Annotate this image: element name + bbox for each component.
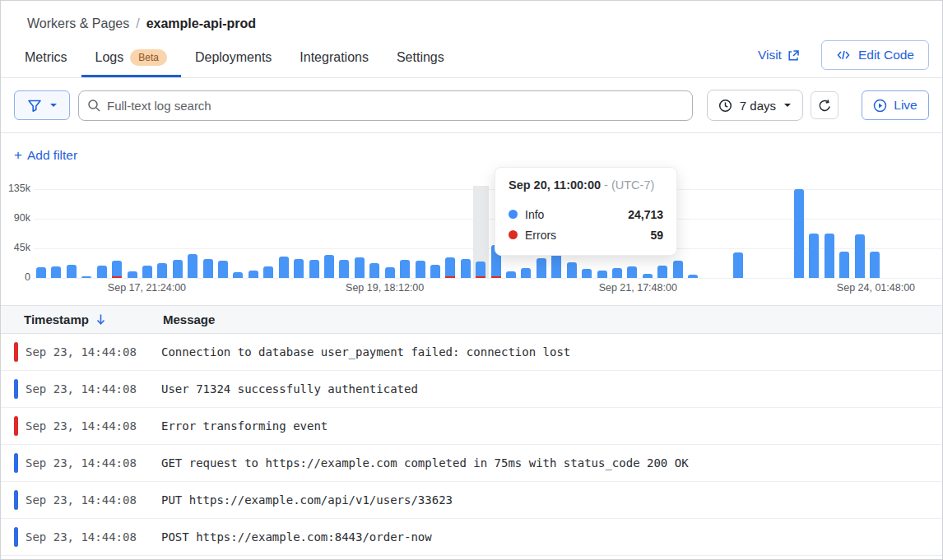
chart-bar[interactable] <box>203 259 213 278</box>
log-row[interactable]: Sep 23, 14:44:08 POST https://example.co… <box>1 519 942 556</box>
chart-bar[interactable] <box>870 252 880 278</box>
workers-logs-page: Workers & Pages / example-api-prod Metri… <box>0 0 943 560</box>
chart-bar[interactable] <box>521 268 531 278</box>
tab-metrics[interactable]: Metrics <box>11 38 81 77</box>
chart-bar[interactable] <box>582 269 592 278</box>
chart-bar[interactable] <box>263 266 273 278</box>
log-row[interactable]: Sep 23, 14:44:08 PUT https://example.com… <box>1 482 942 519</box>
chart-bar[interactable] <box>506 271 516 278</box>
chart-bar[interactable] <box>142 266 152 278</box>
plus-icon: + <box>14 147 22 164</box>
chart-bar[interactable] <box>643 274 653 278</box>
visit-link[interactable]: Visit <box>758 48 800 62</box>
log-row[interactable]: Sep 23, 14:44:08 User 71324 successfully… <box>1 371 942 408</box>
log-message: Error transforming event <box>161 419 942 433</box>
chart-bar[interactable] <box>597 271 607 278</box>
page-title: example-api-prod <box>146 16 256 31</box>
log-row[interactable]: Sep 23, 14:44:08 GET request to https://… <box>1 445 942 482</box>
breadcrumb-section[interactable]: Workers & Pages <box>27 16 129 31</box>
chart-bar[interactable] <box>461 259 471 278</box>
chart-bar[interactable] <box>673 261 683 278</box>
info-dot-icon <box>509 210 518 219</box>
errors-dot-icon <box>509 230 518 239</box>
chart-bar[interactable] <box>112 261 122 278</box>
chart-bar[interactable] <box>294 259 304 278</box>
x-axis-tick: Sep 24, 01:48:00 <box>837 282 915 294</box>
chart-bar[interactable] <box>249 271 258 278</box>
chart-bar[interactable] <box>81 276 91 278</box>
log-table-body: Sep 23, 14:44:08 Connection to database … <box>1 334 942 556</box>
chart-bar[interactable] <box>128 271 137 278</box>
log-timestamp: Sep 23, 14:44:08 <box>1 345 161 359</box>
chart-bar[interactable] <box>551 254 561 278</box>
x-axis-tick: Sep 19, 18:12:00 <box>346 282 424 294</box>
search-input[interactable] <box>78 90 693 121</box>
chart-bar[interactable] <box>839 252 849 278</box>
column-header-timestamp[interactable]: Timestamp <box>1 312 163 326</box>
chart-bar[interactable] <box>657 266 667 278</box>
chart-bar[interactable] <box>369 263 379 278</box>
refresh-button[interactable] <box>811 91 838 119</box>
add-filter-button[interactable]: + Add filter <box>14 147 77 164</box>
chart-bar[interactable] <box>157 263 167 278</box>
chart-bar[interactable] <box>97 266 107 278</box>
clock-icon <box>718 99 732 113</box>
chart-bar[interactable] <box>627 266 637 278</box>
chart-bar[interactable] <box>537 258 546 278</box>
tab-settings[interactable]: Settings <box>383 38 458 77</box>
chart-bar[interactable] <box>67 265 77 278</box>
log-message: Connection to database user_payment fail… <box>161 345 942 359</box>
tab-integrations[interactable]: Integrations <box>286 38 383 77</box>
chart-bar[interactable] <box>309 260 319 278</box>
external-link-icon <box>787 49 800 62</box>
caret-down-icon <box>783 103 792 108</box>
search-icon <box>87 99 101 113</box>
tab-bar: Metrics Logs Beta Deployments Integratio… <box>1 38 942 78</box>
chart-bar[interactable] <box>809 234 819 278</box>
log-volume-chart: 135k 90k 45k 0 Sep 17, 21:24:00Sep 19, 1… <box>1 178 942 305</box>
chart-bar[interactable] <box>733 252 743 278</box>
x-axis-tick: Sep 17, 21:24:00 <box>108 282 186 294</box>
tooltip-timezone: - (UTC-7) <box>604 178 654 192</box>
live-button[interactable]: Live <box>862 90 929 120</box>
tooltip-info-value: 24,713 <box>628 208 663 221</box>
tab-logs[interactable]: Logs Beta <box>81 38 181 77</box>
chart-bar[interactable] <box>36 267 46 278</box>
chart-bar[interactable] <box>324 255 334 278</box>
time-range-value: 7 days <box>740 99 776 113</box>
chart-bar-errors-segment <box>445 276 455 278</box>
chart-bar[interactable] <box>445 257 455 278</box>
time-range-button[interactable]: 7 days <box>707 90 803 121</box>
chart-bar[interactable] <box>688 275 698 278</box>
severity-indicator <box>14 416 18 436</box>
y-axis-tick: 0 <box>1 271 30 283</box>
filter-menu-button[interactable] <box>14 90 70 120</box>
log-row[interactable]: Sep 23, 14:44:08 Connection to database … <box>1 334 942 371</box>
chart-bar[interactable] <box>188 254 197 278</box>
chart-bar[interactable] <box>173 260 183 278</box>
severity-indicator <box>14 490 18 510</box>
chart-bar[interactable] <box>355 257 365 278</box>
chart-bar[interactable] <box>855 234 865 278</box>
chart-bar[interactable] <box>567 262 577 278</box>
chart-bar[interactable] <box>430 265 440 278</box>
chart-bar[interactable] <box>385 267 395 278</box>
breadcrumb-separator: / <box>136 16 139 31</box>
chart-bar[interactable] <box>339 260 349 278</box>
chart-bar[interactable] <box>279 257 289 278</box>
chart-bar[interactable] <box>825 234 834 278</box>
severity-indicator <box>14 527 18 547</box>
edit-code-button[interactable]: Edit Code <box>821 40 929 70</box>
chart-bar[interactable] <box>416 261 425 278</box>
chart-bar[interactable] <box>233 272 243 278</box>
log-row[interactable]: Sep 23, 14:44:08 Error transforming even… <box>1 408 942 445</box>
chart-bar[interactable] <box>794 189 804 278</box>
chart-bar[interactable] <box>476 261 485 278</box>
tab-deployments[interactable]: Deployments <box>181 38 286 77</box>
gridline <box>34 278 942 279</box>
chart-bar[interactable] <box>612 268 622 279</box>
chart-bar[interactable] <box>218 261 228 278</box>
chart-bar[interactable] <box>400 260 410 278</box>
y-axis-tick: 90k <box>1 212 30 224</box>
chart-bar[interactable] <box>51 266 61 278</box>
